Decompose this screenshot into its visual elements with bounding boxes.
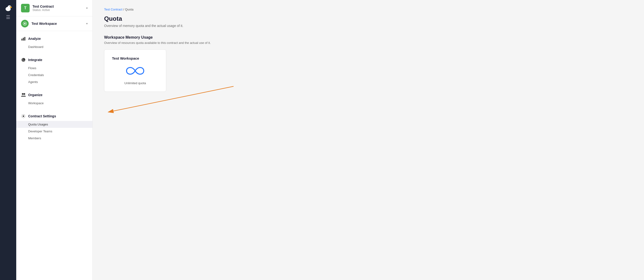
workspace-chevron-icon: ▾ xyxy=(86,22,88,25)
contract-name: Test Contract xyxy=(32,4,86,8)
sidebar-item-members[interactable]: Members xyxy=(16,135,92,142)
svg-point-10 xyxy=(24,93,25,95)
main-content: Test Contract / Quota Quota Overview of … xyxy=(93,0,644,99)
breadcrumb-link[interactable]: Test Contract xyxy=(104,8,122,11)
svg-rect-8 xyxy=(24,37,25,40)
breadcrumb: Test Contract / Quota xyxy=(104,8,632,11)
contract-chevron-icon: ▾ xyxy=(86,6,88,10)
section-header-analyze: Analyze xyxy=(16,35,92,42)
people-icon xyxy=(21,92,26,97)
section-label-integrate: Integrate xyxy=(28,58,42,62)
sidebar-section-integrate: Integrate Flows Credentials Agents xyxy=(16,52,92,87)
section-header-contract-settings: Contract Settings xyxy=(16,112,92,120)
sidebar-item-workspace[interactable]: Workspace xyxy=(16,100,92,107)
sidebar-contract[interactable]: T Test Contract Status: Active ▾ xyxy=(16,0,92,16)
workspace-icon xyxy=(21,20,29,27)
svg-point-11 xyxy=(23,115,24,117)
card-quota: Unlimited quota xyxy=(124,81,146,85)
section-label-organize: Organize xyxy=(28,93,42,97)
sidebar-section-analyze: Analyze Dashboard xyxy=(16,31,92,52)
page-subtitle: Overview of memory quota and the actual … xyxy=(104,24,632,28)
sidebar-item-quota-usages[interactable]: Quota Usages xyxy=(16,121,92,128)
bar-chart-icon xyxy=(21,36,26,41)
pie-chart-icon xyxy=(21,57,26,62)
contract-info: Test Contract Status: Active xyxy=(32,4,86,12)
sidebar-item-credentials[interactable]: Credentials xyxy=(16,71,92,78)
sidebar-item-developer-teams[interactable]: Developer Teams xyxy=(16,128,92,135)
menu-icon[interactable]: ☰ xyxy=(4,12,12,22)
sidebar-workspace[interactable]: Test Workspace ▾ xyxy=(16,16,92,31)
svg-rect-7 xyxy=(23,38,24,40)
svg-point-9 xyxy=(22,93,24,95)
sidebar-item-dashboard[interactable]: Dashboard xyxy=(16,43,92,50)
sidebar-item-flows[interactable]: Flows xyxy=(16,65,92,71)
infinity-icon xyxy=(126,65,145,78)
svg-point-5 xyxy=(24,23,26,24)
section-label-analyze: Analyze xyxy=(28,37,41,40)
svg-rect-6 xyxy=(22,39,22,40)
page-title: Quota xyxy=(104,15,632,22)
breadcrumb-current: Quota xyxy=(125,8,133,11)
section-title: Workspace Memory Usage xyxy=(104,35,632,40)
workspace-card: Test Workspace Unlimited quota xyxy=(104,49,166,92)
duck-logo xyxy=(4,4,12,12)
sidebar: T Test Contract Status: Active ▾ Test Wo… xyxy=(16,0,93,280)
contract-status: Status: Active xyxy=(32,8,86,12)
workspace-name: Test Workspace xyxy=(32,22,86,25)
section-desc: Overview of resources quota available to… xyxy=(104,41,632,45)
section-header-organize: Organize xyxy=(16,91,92,99)
section-label-contract-settings: Contract Settings xyxy=(28,114,56,118)
section-header-integrate: Integrate xyxy=(16,56,92,64)
icon-bar: ☰ xyxy=(0,0,16,280)
contract-avatar: T xyxy=(21,4,30,12)
sidebar-item-agents[interactable]: Agents xyxy=(16,78,92,85)
card-title: Test Workspace xyxy=(112,56,139,60)
svg-point-2 xyxy=(10,7,12,8)
gear-icon xyxy=(21,114,26,119)
sidebar-section-contract-settings: Contract Settings Quota Usages Developer… xyxy=(16,108,92,144)
sidebar-section-organize: Organize Workspace xyxy=(16,87,92,108)
svg-point-3 xyxy=(10,6,10,7)
